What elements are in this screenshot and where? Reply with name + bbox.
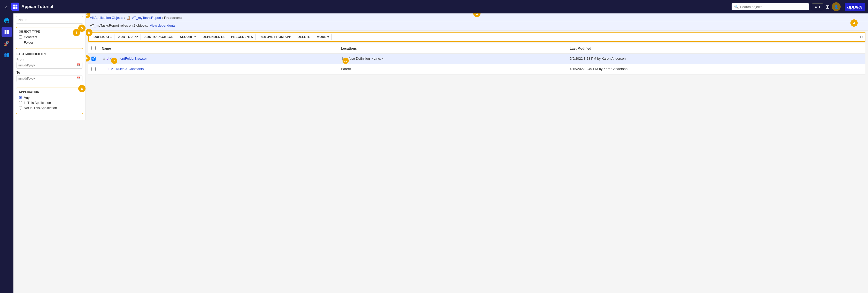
col-locations: Locations bbox=[338, 43, 566, 54]
svg-rect-7 bbox=[7, 32, 9, 34]
appian-logo-text: appian bbox=[847, 4, 862, 9]
step-badge-9: 9 bbox=[86, 55, 90, 61]
breadcrumb-report[interactable]: AT_myTasksReport bbox=[132, 16, 161, 20]
application-section: APPLICATION Any In This Application Not … bbox=[16, 88, 83, 114]
to-calendar-icon[interactable]: 📅 bbox=[76, 77, 81, 81]
radio-not-in-app-label: Not in This Application bbox=[24, 106, 57, 110]
radio-any: Any bbox=[19, 96, 80, 99]
breadcrumb-all-objects[interactable]: All Application Objects bbox=[90, 16, 123, 20]
table-area: Name Locations Last Modified 9 bbox=[86, 43, 868, 293]
appian-logo: appian bbox=[845, 3, 865, 11]
icon-bar-app[interactable] bbox=[2, 27, 12, 37]
report-icon: 📋 bbox=[126, 16, 130, 20]
security-button[interactable]: SECURITY bbox=[177, 34, 199, 40]
folder-checkbox-row: Folder bbox=[19, 40, 80, 45]
objects-table: Name Locations Last Modified 9 bbox=[88, 43, 865, 75]
icon-bar-rocket[interactable]: 🚀 bbox=[2, 38, 12, 49]
to-date-input-row: 📅 bbox=[17, 75, 83, 82]
row2-modified: 4/15/2022 3:49 PM by Karen Anderson bbox=[570, 67, 627, 71]
breadcrumb-sep-1: / bbox=[124, 16, 125, 20]
constant-label: Constant bbox=[24, 35, 37, 39]
row1-modified: 5/9/2022 3:28 PM by Karen Anderson bbox=[570, 57, 626, 60]
icon-bar-globe[interactable]: 🌐 bbox=[2, 16, 12, 26]
step-badge-10: 10 bbox=[343, 58, 349, 64]
avatar[interactable]: 👤 bbox=[832, 2, 841, 11]
breadcrumb-sep-2: / bbox=[162, 16, 163, 20]
svg-rect-4 bbox=[5, 30, 7, 32]
from-label: From bbox=[17, 58, 83, 61]
date-section-label: LAST MODIFIED ON bbox=[17, 53, 83, 56]
grid-button[interactable]: ⊞ bbox=[826, 4, 830, 10]
icon-bar: 🌐 🚀 👥 bbox=[0, 13, 13, 293]
from-calendar-icon[interactable]: 📅 bbox=[76, 63, 81, 67]
row2-location: Parent bbox=[341, 67, 351, 71]
content-area: 2 3 All Application Objects / 📋 AT_myTas… bbox=[86, 13, 868, 293]
table-row: ⊞ ⊡ AT Rules & Constants Parent 4/15/202… bbox=[88, 64, 865, 75]
step-badge-5: 5 bbox=[78, 25, 86, 32]
col-name: Name bbox=[99, 43, 338, 54]
date-section: LAST MODIFIED ON From 📅 To 📅 bbox=[16, 53, 83, 84]
svg-rect-1 bbox=[16, 5, 18, 7]
remove-from-app-button[interactable]: REMOVE FROM APP bbox=[257, 34, 294, 40]
row1-checkbox[interactable] bbox=[91, 57, 96, 61]
svg-rect-6 bbox=[5, 32, 7, 34]
duplicate-button[interactable]: DUPLICATE bbox=[91, 34, 115, 40]
svg-rect-2 bbox=[13, 7, 15, 9]
search-bar[interactable]: 🔍 bbox=[732, 3, 809, 10]
to-date-input[interactable] bbox=[18, 77, 76, 80]
info-bar: 4 AT_myTasksReport relies on 2 objects. … bbox=[86, 22, 868, 30]
search-icon: 🔍 bbox=[734, 5, 739, 9]
from-date-input-row: 📅 bbox=[17, 62, 83, 69]
table-row: 9 7 ⊞ 𝒻 bbox=[88, 54, 865, 64]
radio-any-input[interactable] bbox=[19, 96, 22, 99]
constant-checkbox-row: Constant bbox=[19, 35, 80, 39]
sidebar: 1 5 OBJECT TYPE Constant Folder bbox=[13, 13, 86, 120]
row2-checkbox[interactable] bbox=[91, 67, 96, 71]
dependents-button[interactable]: DEPENDENTS bbox=[200, 34, 227, 40]
add-to-app-button[interactable]: ADD TO APP bbox=[116, 34, 141, 40]
breadcrumb-current: Precedents bbox=[164, 16, 182, 20]
radio-in-app-input[interactable] bbox=[19, 101, 22, 105]
delete-button[interactable]: DELETE bbox=[295, 34, 313, 40]
step-badge-4: 4 bbox=[850, 19, 858, 27]
col-modified: Last Modified bbox=[566, 43, 865, 54]
application-label: APPLICATION bbox=[19, 90, 80, 93]
radio-in-app-label: In This Application bbox=[24, 101, 51, 105]
folder-checkbox[interactable] bbox=[19, 41, 22, 44]
object-type-section: OBJECT TYPE Constant Folder bbox=[16, 27, 83, 49]
step-badge-7: 7 bbox=[111, 58, 117, 64]
main-layout: 🌐 🚀 👥 1 5 OBJECT TYPE bbox=[0, 13, 868, 293]
view-dependents-link[interactable]: View dependents bbox=[150, 24, 176, 27]
precedents-button[interactable]: PRECEDENTS bbox=[228, 34, 256, 40]
settings-button[interactable]: ⚙ ▾ bbox=[812, 3, 823, 10]
radio-any-label: Any bbox=[24, 96, 29, 99]
icon-bar-people[interactable]: 👥 bbox=[2, 50, 12, 60]
folder-label: Folder bbox=[24, 40, 33, 45]
step-badge-6: 6 bbox=[78, 85, 86, 92]
radio-not-in-app-input[interactable] bbox=[19, 106, 22, 110]
expand-icon-2[interactable]: ⊞ bbox=[102, 67, 104, 71]
svg-rect-3 bbox=[16, 7, 18, 9]
back-button[interactable]: ‹ bbox=[3, 3, 9, 11]
from-date-input[interactable] bbox=[18, 64, 76, 67]
rules-icon-2: ⊡ bbox=[106, 67, 109, 71]
expand-icon-1[interactable]: ⊞ bbox=[103, 57, 105, 60]
svg-rect-5 bbox=[7, 30, 9, 32]
toolbar: DUPLICATE ADD TO APP ADD TO PACKAGE SECU… bbox=[88, 32, 865, 42]
app-title: Appian Tutorial bbox=[22, 4, 53, 9]
svg-rect-0 bbox=[13, 5, 15, 7]
top-nav: ‹ Appian Tutorial 🔍 ⚙ ▾ ⊞ 👤 appian bbox=[0, 0, 868, 13]
radio-not-in-app: Not in This Application bbox=[19, 106, 80, 110]
refresh-button[interactable]: ↻ bbox=[860, 35, 863, 39]
more-button[interactable]: MORE ▾ bbox=[314, 34, 332, 40]
add-to-package-button[interactable]: ADD TO PACKAGE bbox=[142, 34, 176, 40]
name-filter-input[interactable] bbox=[16, 16, 83, 24]
constant-checkbox[interactable] bbox=[19, 35, 22, 39]
row2-name-link[interactable]: AT Rules & Constants bbox=[111, 67, 144, 71]
search-input[interactable] bbox=[740, 5, 807, 9]
select-all-checkbox[interactable] bbox=[91, 46, 96, 50]
app-icon bbox=[11, 3, 20, 11]
object-type-label: OBJECT TYPE bbox=[19, 30, 80, 33]
radio-in-app: In This Application bbox=[19, 101, 80, 105]
info-text: AT_myTasksReport relies on 2 objects. bbox=[90, 24, 148, 27]
